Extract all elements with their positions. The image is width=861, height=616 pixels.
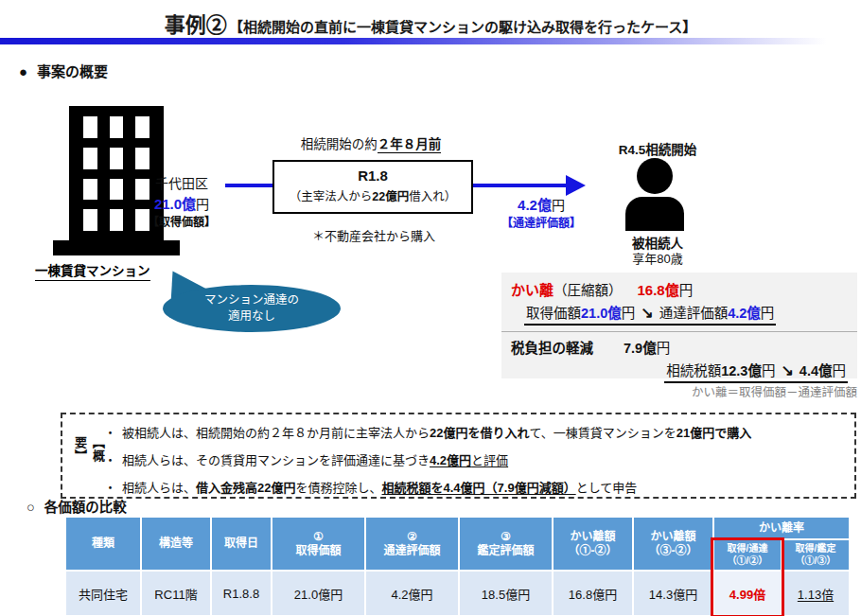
title-divider-bar [0,38,861,44]
col-header-ratio12: 取得/通達（①/②） [714,540,781,570]
dot-bullet: ・ [104,481,116,495]
col-header-type: 種類 [66,518,140,570]
flow1-to-value: 4.2億 [728,306,761,321]
acquisition-price: 21.0億円 [132,194,231,215]
flow1-from-value: 21.0億 [581,306,622,321]
dot-bullet: ・ [104,426,116,440]
acquisition-price-value: 21.0億 [154,196,196,212]
loan-amount: 22億円 [372,190,409,203]
notice-price: 4.2億円 [485,195,597,216]
person-head [637,158,673,194]
cell-gap12: 16.8億円 [554,572,632,615]
cell-ratio12-value: 4.99倍 [729,585,765,603]
loan-detail: （主宰法人から22億円借入れ） [274,186,471,204]
cell-ratio13: 1.13倍 [782,572,849,615]
section-overview-heading: ●事案の概要 [19,61,108,80]
flow2-from-value: 12.3億 [721,363,762,378]
tax-reduction-line: 税負担の軽減7.9億円 [511,337,850,357]
loan-event-box: R1.8 （主宰法人から22億円借入れ） [272,160,473,214]
down-right-arrow-icon: ↘ [635,305,659,321]
flow2-to-unit: 円 [833,363,847,378]
b3-s2: 借入金残高22億円 [196,481,295,495]
tax-flow-line: 相続税額12.3億円↘4.4億円 [511,360,850,383]
cell-appraisal-value: 18.5億円 [482,585,530,603]
timeline-caption: 相続開始の約２年８月前 [257,133,484,152]
case-number: 事例② [165,8,227,38]
divergence-unit: 円 [679,283,694,298]
flow1-from-label: 取得価額 [526,306,581,321]
divergence-formula-note: かい離＝取得価額－通達評価額 [501,382,857,400]
b1-s3: て、一棟賃貸マンションを [530,426,676,440]
flow2-from-unit: 円 [762,363,776,378]
b3-s5: として申告 [576,481,638,495]
flow1-to-label: 通達評価額 [659,306,729,321]
notice-price-value: 4.2億 [518,197,552,213]
flow1-to-unit: 円 [761,306,775,321]
panel-divider [501,331,857,332]
section-compare-label: 各価額の比較 [44,500,127,515]
cell-structure-value: RC11階 [154,585,197,603]
col-header-notice-label: 通達評価額 [383,544,440,557]
acquisition-info: 千代田区 21.0億円 【取得価額】 [132,175,231,231]
gap12-line2: （①-②） [569,544,618,557]
cell-notice-value: 4.2億円 [391,585,432,603]
tax-flow-underlined: 相続税額12.3億円↘4.4億円 [664,360,848,383]
cell-acquisition: 21.0億円 [272,572,364,615]
loan-date: R1.8 [274,167,471,184]
inheritance-start-label: R4.5相続開始 [591,139,724,158]
col-header-type-label: 種類 [92,537,114,550]
balloon-line2: 適用なし [163,308,341,325]
gap12-line1: かい離額 [570,530,615,543]
filled-circle-bullet: ● [19,63,27,79]
loan-detail-pre: （主宰法人から [290,190,373,203]
circled-1: ① [313,530,324,543]
col-header-acquisition-label: 取得価額 [295,544,341,557]
cell-type-value: 共同住宅 [79,585,128,603]
building-window [83,116,97,138]
b2-s1: 相続人らは、その賃貸用マンションを評価通達に基づき [122,453,430,467]
col-header-ratio13: 取得/鑑定（①/③） [782,540,849,570]
location-label: 千代田区 [132,175,231,194]
cell-date-value: R1.8.8 [223,587,259,601]
gap32-line1: かい離額 [650,530,695,543]
col-header-appraisal-label: 鑑定評価額 [477,544,534,557]
circled-2: ② [407,530,417,543]
case-overview-box: 【概要】 ・被相続人は、相続開始の約２年８か月前に主宰法人から22億円を借り入れ… [61,413,856,499]
overview-bullets: ・被相続人は、相続開始の約２年８か月前に主宰法人から22億円を借り入れて、一棟賃… [104,419,751,502]
b2-s2: 4.2億円 [430,453,471,467]
cell-gap32: 14.3億円 [634,572,712,615]
down-right-arrow-icon: ↘ [775,362,799,378]
cell-notice: 4.2億円 [366,572,458,615]
building-window [110,209,124,231]
page-title: 事例② 【相続開始の直前に一棟賃貸マンションの駆け込み取得を行ったケース】 [0,8,861,38]
flow1-from-unit: 円 [622,306,636,321]
building-window [83,209,97,231]
cell-gap12-value: 16.8億円 [569,585,617,603]
col-header-gap32: かい離額（③-②） [634,518,712,570]
building-window [110,148,124,169]
overview-bullet-1: ・被相続人は、相続開始の約２年８か月前に主宰法人から22億円を借り入れて、一棟賃… [104,419,751,447]
flow2-to-value: 4.4億 [800,363,833,378]
col-header-notice: ②通達評価額 [366,518,458,570]
col-header-date: 取得日 [212,518,271,570]
price-comparison-table: 種類 構造等 取得日 ①取得価額 ②通達評価額 ③鑑定評価額 かい離額（①-②）… [66,518,849,615]
divergence-paren: （圧縮額） [554,283,623,298]
building-label: 一棟賃貸マンション [35,260,150,281]
b1-s2: 22億円を借り入れ [430,426,529,440]
cell-structure: RC11階 [142,572,210,615]
b3-s3: を債務控除し、 [296,481,382,495]
section-overview-label: 事案の概要 [37,63,108,79]
ratio13-line1: 取得/鑑定 [796,543,836,555]
notice-price-unit: 円 [552,198,565,213]
col-header-structure-label: 構造等 [159,537,193,550]
building-window [83,148,97,169]
building-window [110,179,124,201]
cell-appraisal: 18.5億円 [460,572,552,615]
building-window [135,116,149,138]
no-notice-applied-balloon: マンション通達の 適用なし [163,285,341,332]
col-header-gap12: かい離額（①-②） [554,518,632,570]
ratio13-line2: （①/③） [796,555,836,568]
overview-bullet-2: ・相続人らは、その賃貸用マンションを評価通達に基づき4.2億円と評価 [104,447,751,474]
b1-s1: 被相続人は、相続開始の約２年８か月前に主宰法人から [122,426,430,440]
col-header-acquisition: ①取得価額 [272,518,364,570]
